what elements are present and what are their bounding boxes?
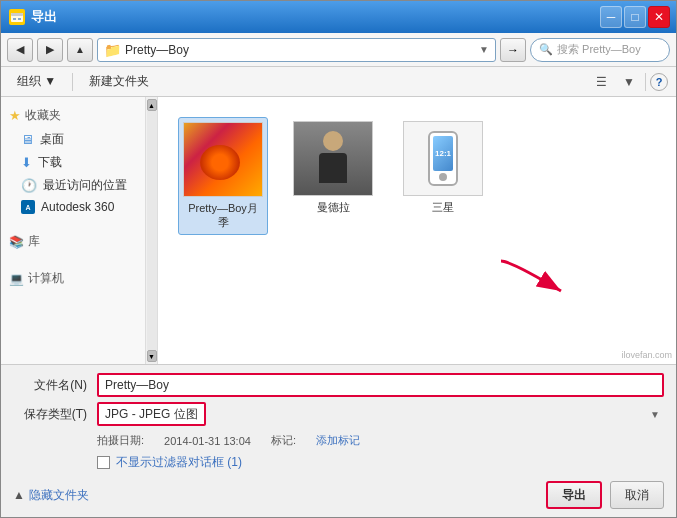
filter-checkbox[interactable] (97, 456, 110, 469)
export-button[interactable]: 导出 (546, 481, 602, 509)
meta-row: 拍摄日期: 2014-01-31 13:04 标记: 添加标记 (13, 431, 664, 450)
sidebar-download-label: 下载 (38, 154, 62, 171)
checkbox-row[interactable]: 不显示过滤器对话框 (1) (13, 450, 664, 475)
toolbar-right: ☰ ▼ ? (589, 71, 668, 93)
address-field[interactable]: 📁 Pretty—Boy ▼ (97, 38, 496, 62)
phone-shape: 12:1 (428, 131, 458, 186)
footer-left: ▲ 隐藏文件夹 (13, 487, 89, 504)
sidebar-recent-label: 最近访问的位置 (43, 177, 127, 194)
address-bar: ◀ ▶ ▲ 📁 Pretty—Boy ▼ → 🔍 搜索 Pretty—Boy (1, 33, 676, 67)
meta-tag-label: 标记: (271, 433, 296, 448)
star-icon: ★ (9, 108, 21, 123)
hide-folders-icon: ▲ (13, 488, 25, 502)
computer-icon: 💻 (9, 272, 24, 286)
address-dropdown-icon: ▼ (479, 44, 489, 55)
file-label-phone: 三星 (432, 200, 454, 214)
library-header[interactable]: 📚 库 (1, 229, 145, 254)
filetype-select[interactable]: JPG - JPEG 位图 (97, 402, 206, 426)
search-icon: 🔍 (539, 43, 553, 56)
filename-row: 文件名(N) document.querySelector('[data-nam… (13, 373, 664, 397)
thumbnail-phone: 12:1 (403, 121, 483, 196)
maximize-button[interactable]: □ (624, 6, 646, 28)
watermark: ilovefan.com (621, 350, 672, 360)
computer-header[interactable]: 💻 计算机 (1, 266, 145, 291)
go-icon: → (507, 43, 519, 57)
library-label: 库 (28, 233, 40, 250)
favorites-label: 收藏夹 (25, 107, 61, 124)
file-area: Pretty—Boy月季 曼德拉 (158, 97, 676, 364)
meta-date-label: 拍摄日期: (97, 433, 144, 448)
organize-button[interactable]: 组织 ▼ (9, 70, 64, 93)
svg-rect-1 (11, 13, 23, 16)
thumbnail-person (293, 121, 373, 196)
title-bar-left: 导出 (9, 8, 57, 26)
person-silhouette (318, 131, 348, 186)
svg-rect-2 (13, 18, 16, 20)
close-button[interactable]: ✕ (648, 6, 670, 28)
sidebar-scrollbar[interactable]: ▲ ▼ (146, 97, 158, 364)
scroll-down-btn[interactable]: ▼ (147, 350, 157, 362)
download-icon: ⬇ (21, 155, 32, 170)
computer-label: 计算机 (28, 270, 64, 287)
sidebar-item-desktop[interactable]: 🖥 桌面 (1, 128, 145, 151)
favorites-section: ★ 收藏夹 🖥 桌面 ⬇ 下载 🕐 最近访问的位置 A Autodesk (1, 103, 145, 217)
favorites-header[interactable]: ★ 收藏夹 (1, 103, 145, 128)
sidebar: ★ 收藏夹 🖥 桌面 ⬇ 下载 🕐 最近访问的位置 A Autodesk (1, 97, 146, 364)
thumbnail-flowers (183, 122, 263, 197)
meta-tag-value[interactable]: 添加标记 (316, 433, 360, 448)
title-bar: 导出 ─ □ ✕ (1, 1, 676, 33)
file-item-phone[interactable]: 12:1 三星 (398, 117, 488, 235)
desktop-icon: 🖥 (21, 132, 34, 147)
forward-button[interactable]: ▶ (37, 38, 63, 62)
sidebar-autodesk-label: Autodesk 360 (41, 200, 114, 214)
help-button[interactable]: ? (650, 73, 668, 91)
go-button[interactable]: → (500, 38, 526, 62)
file-label-flowers: Pretty—Boy月季 (183, 201, 263, 230)
library-icon: 📚 (9, 235, 24, 249)
sidebar-item-recent[interactable]: 🕐 最近访问的位置 (1, 174, 145, 197)
autodesk-icon: A (21, 200, 35, 214)
filename-label: 文件名(N) (13, 377, 93, 394)
address-path: Pretty—Boy (125, 43, 475, 57)
filetype-label: 保存类型(T) (13, 406, 93, 423)
window-title: 导出 (31, 8, 57, 26)
window-icon (9, 9, 25, 25)
library-section: 📚 库 (1, 229, 145, 254)
filetype-row: 保存类型(T) JPG - JPEG 位图 ▼ (13, 402, 664, 426)
recent-icon: 🕐 (21, 178, 37, 193)
svg-rect-3 (18, 18, 21, 20)
toolbar-separator (72, 73, 73, 91)
view-dropdown[interactable]: ▼ (617, 71, 641, 93)
up-button[interactable]: ▲ (67, 38, 93, 62)
minimize-button[interactable]: ─ (600, 6, 622, 28)
new-folder-button[interactable]: 新建文件夹 (81, 70, 157, 93)
toolbar: 组织 ▼ 新建文件夹 ☰ ▼ ? (1, 67, 676, 97)
hide-folders-label[interactable]: 隐藏文件夹 (29, 487, 89, 504)
select-arrow-icon: ▼ (650, 409, 660, 420)
title-controls: ─ □ ✕ (600, 6, 670, 28)
search-placeholder: 搜索 Pretty—Boy (557, 42, 641, 57)
toolbar-separator-2 (645, 73, 646, 91)
footer-row: ▲ 隐藏文件夹 导出 取消 (13, 475, 664, 509)
back-button[interactable]: ◀ (7, 38, 33, 62)
search-box[interactable]: 🔍 搜索 Pretty—Boy (530, 38, 670, 62)
filetype-select-wrapper: JPG - JPEG 位图 ▼ (97, 402, 664, 426)
checkbox-label: 不显示过滤器对话框 (1) (116, 454, 242, 471)
view-button[interactable]: ☰ (589, 71, 613, 93)
sidebar-item-download[interactable]: ⬇ 下载 (1, 151, 145, 174)
file-item-flowers[interactable]: Pretty—Boy月季 (178, 117, 268, 235)
sidebar-item-autodesk[interactable]: A Autodesk 360 (1, 197, 145, 217)
meta-date-value: 2014-01-31 13:04 (164, 435, 251, 447)
filename-input[interactable] (97, 373, 664, 397)
file-grid: Pretty—Boy月季 曼德拉 (168, 107, 666, 245)
cancel-button[interactable]: 取消 (610, 481, 664, 509)
content-area: ★ 收藏夹 🖥 桌面 ⬇ 下载 🕐 最近访问的位置 A Autodesk (1, 97, 676, 364)
footer-right: 导出 取消 (546, 481, 664, 509)
main-window: 导出 ─ □ ✕ ◀ ▶ ▲ 📁 Pretty—Boy ▼ → 🔍 搜索 Pre… (0, 0, 677, 518)
sidebar-desktop-label: 桌面 (40, 131, 64, 148)
scroll-up-btn[interactable]: ▲ (147, 99, 157, 111)
folder-icon: 📁 (104, 42, 121, 58)
computer-section: 💻 计算机 (1, 266, 145, 291)
arrow-annotation (491, 251, 581, 309)
file-item-person[interactable]: 曼德拉 (288, 117, 378, 235)
